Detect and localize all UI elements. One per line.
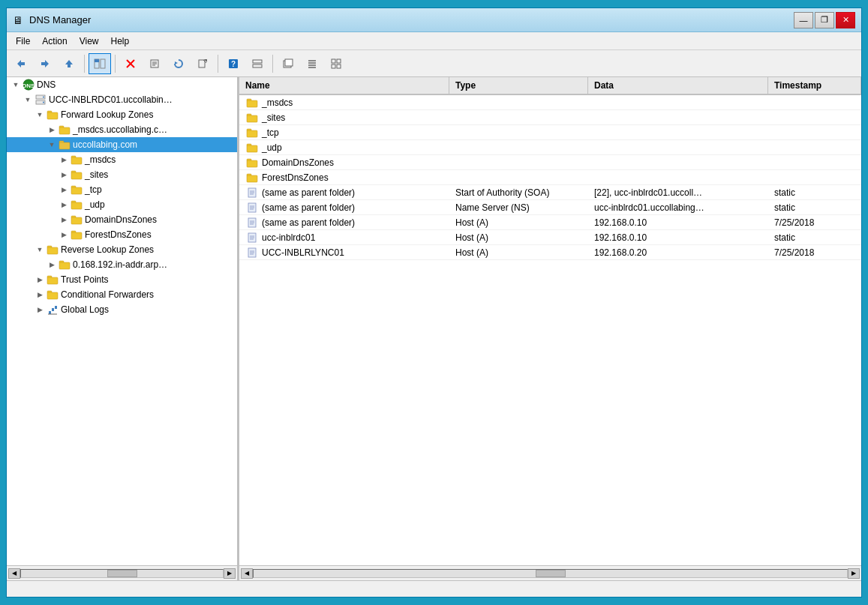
scroll-left-arrow[interactable]: ◀ [8,568,20,579]
tree-node-msdcs[interactable]: ▶_msdcs [7,152,237,167]
dns-manager-window: 🖥 DNS Manager — ❐ ✕ File Action View Hel… [6,7,862,598]
export-button[interactable] [191,53,214,74]
tree-expander-conditional-forwarders[interactable]: ▶ [34,287,46,302]
tree-label-dns-root: DNS [35,79,56,90]
svg-rect-28 [332,64,335,68]
list-row[interactable]: ucc-inblrdc01Host (A)192.168.0.10static [239,230,861,245]
list-row[interactable]: (same as parent folder)Start of Authorit… [239,185,861,200]
tree-node-forward-lookup[interactable]: ▼Forward Lookup Zones [7,107,237,122]
list-cell-data [588,95,768,109]
list-scrollbar[interactable]: ◀ ▶ [239,566,861,580]
scroll-list-right-arrow[interactable]: ▶ [848,568,860,579]
up-button[interactable] [58,53,80,74]
svg-rect-26 [332,59,335,63]
menu-file[interactable]: File [10,34,36,48]
list-row[interactable]: UCC-INBLRLYNC01Host (A)192.168.0.207/25/… [239,245,861,260]
list-cell-name: _msdcs [239,95,449,109]
column-header-timestamp[interactable]: Timestamp [768,77,861,94]
tree-scroll-thumb[interactable] [107,570,137,577]
tree-expander-server[interactable]: ▼ [22,92,34,107]
tree-expander-sites[interactable]: ▶ [58,167,70,182]
tree-node-reverse-lookup[interactable]: ▼Reverse Lookup Zones [7,242,237,257]
tree-expander-msdcs-top[interactable]: ▶ [46,122,58,137]
scroll-list-left-arrow[interactable]: ◀ [241,568,253,579]
list-cell-type [449,170,588,184]
list-row[interactable]: ForestDnsZones [239,170,861,185]
tree-expander-reverse-lookup[interactable]: ▼ [34,242,46,257]
list-cell-data [588,125,768,139]
svg-marker-1 [41,60,49,67]
tree-node-dns-root[interactable]: ▼DNSDNS [7,77,237,92]
refresh-button[interactable] [167,53,190,74]
scroll-right-arrow[interactable]: ▶ [224,568,236,579]
list-row[interactable]: DomainDnsZones [239,155,861,170]
tree-expander-uccollabing-com[interactable]: ▼ [46,137,58,152]
list-row[interactable]: (same as parent folder)Host (A)192.168.0… [239,215,861,230]
tree-expander-forestDnsZones[interactable]: ▶ [58,227,70,242]
menu-help[interactable]: Help [105,34,136,48]
list-row[interactable]: _msdcs [239,95,861,110]
tree-node-conditional-forwarders[interactable]: ▶Conditional Forwarders [7,287,237,302]
tree-icon-forestDnsZones [70,228,83,241]
column-header-name[interactable]: Name [239,77,449,94]
tree-expander-in-addr[interactable]: ▶ [46,257,58,272]
tree-node-udp[interactable]: ▶_udp [7,197,237,212]
tree-node-forestDnsZones[interactable]: ▶ForestDnsZones [7,227,237,242]
details1-button[interactable] [301,53,323,74]
back-button[interactable] [10,53,32,74]
tree-node-server[interactable]: ▼UCC-INBLRDC01.uccollabin… [7,92,237,107]
list-header: Name Type Data Timestamp [239,77,861,95]
tree-node-global-logs[interactable]: ▶Global Logs [7,302,237,317]
list-row-icon [245,216,259,229]
column-header-type[interactable]: Type [449,77,588,94]
tree-expander-global-logs[interactable]: ▶ [34,302,46,317]
list-row-icon [245,126,259,139]
tree-expander-forward-lookup[interactable]: ▼ [34,107,46,122]
tree-label-conditional-forwarders: Conditional Forwarders [59,289,154,300]
list-scroll-track[interactable] [253,569,848,578]
delete-button[interactable] [119,53,142,74]
tree-node-msdcs-top[interactable]: ▶_msdcs.uccollabing.c… [7,122,237,137]
list-pane: Name Type Data Timestamp _msdcs_sites_tc… [239,77,861,565]
tree-label-tcp: _tcp [83,184,102,195]
list-row[interactable]: (same as parent folder)Name Server (NS)u… [239,200,861,215]
tree-node-tcp[interactable]: ▶_tcp [7,182,237,197]
properties-button[interactable] [143,53,166,74]
column-header-data[interactable]: Data [588,77,768,94]
tree-node-uccollabing-com[interactable]: ▼uccollabing.com [7,137,237,152]
tree-node-trust-points[interactable]: ▶Trust Points [7,272,237,287]
sep4 [272,55,273,73]
new-window-button[interactable] [277,53,299,74]
close-button[interactable]: ✕ [836,12,855,28]
tree-expander-trust-points[interactable]: ▶ [34,272,46,287]
tree-icon-in-addr [58,258,71,271]
help-button[interactable]: ? [222,53,245,74]
list-cell-name: _sites [239,110,449,124]
list-cell-name: ucc-inblrdc01 [239,230,449,244]
list-row[interactable]: _sites [239,110,861,125]
menu-view[interactable]: View [74,34,105,48]
forward-button[interactable] [34,53,56,74]
tree-node-sites[interactable]: ▶_sites [7,167,237,182]
maximize-button[interactable]: ❐ [815,12,834,28]
tree-scroll-track[interactable] [20,569,224,578]
tree-expander-dns-root[interactable]: ▼ [10,77,22,92]
details2-button[interactable] [325,53,347,74]
tree-scrollbar[interactable]: ◀ ▶ [7,566,239,580]
minimize-button[interactable]: — [794,12,813,28]
tree-icon-conditional-forwarders [46,288,59,301]
list-row[interactable]: _udp [239,140,861,155]
list-row[interactable]: _tcp [239,125,861,140]
tree-expander-domainDnsZones[interactable]: ▶ [58,212,70,227]
svg-rect-59 [47,277,58,284]
list-scroll-thumb[interactable] [536,570,566,577]
view-button[interactable] [246,53,269,74]
tree-node-in-addr[interactable]: ▶0.168.192.in-addr.arp… [7,257,237,272]
tree-pane[interactable]: ▼DNSDNS▼UCC-INBLRDC01.uccollabin…▼Forwar… [7,77,239,565]
show-tree-button[interactable] [89,53,111,74]
tree-expander-udp[interactable]: ▶ [58,197,70,212]
tree-node-domainDnsZones[interactable]: ▶DomainDnsZones [7,212,237,227]
menu-action[interactable]: Action [36,34,73,48]
tree-expander-tcp[interactable]: ▶ [58,182,70,197]
tree-expander-msdcs[interactable]: ▶ [58,152,70,167]
